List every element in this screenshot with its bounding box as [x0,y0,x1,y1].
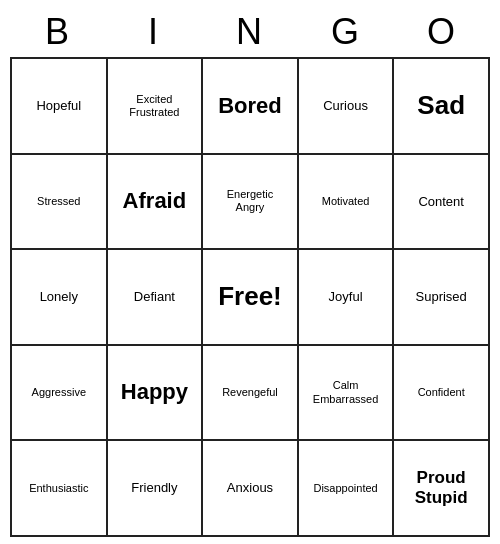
bingo-cell: Afraid [107,154,203,250]
bingo-cell: Bored [202,58,298,154]
bingo-cell: ProudStupid [393,440,489,536]
bingo-grid: HopefulExcitedFrustratedBoredCuriousSadS… [10,57,490,537]
bingo-row: AggressiveHappyRevengefulCalmEmbarrassed… [11,345,489,441]
bingo-cell: Suprised [393,249,489,345]
bingo-row: StressedAfraidEnergeticAngryMotivatedCon… [11,154,489,250]
bingo-cell: Anxious [202,440,298,536]
bingo-cell: Revengeful [202,345,298,441]
bingo-row: HopefulExcitedFrustratedBoredCuriousSad [11,58,489,154]
bingo-cell: Lonely [11,249,107,345]
bingo-cell: Enthusiastic [11,440,107,536]
bingo-cell: Joyful [298,249,394,345]
bingo-cell: Confident [393,345,489,441]
bingo-cell: Stressed [11,154,107,250]
header-letter: N [202,7,298,57]
bingo-header: BINGO [10,7,490,57]
header-letter: I [106,7,202,57]
header-letter: G [298,7,394,57]
bingo-cell: Sad [393,58,489,154]
bingo-cell: EnergeticAngry [202,154,298,250]
bingo-cell: Content [393,154,489,250]
bingo-cell: Defiant [107,249,203,345]
bingo-cell: CalmEmbarrassed [298,345,394,441]
bingo-cell: Motivated [298,154,394,250]
bingo-row: LonelyDefiantFree!JoyfulSuprised [11,249,489,345]
bingo-cell: Free! [202,249,298,345]
bingo-cell: Friendly [107,440,203,536]
header-letter: O [394,7,490,57]
bingo-cell: ExcitedFrustrated [107,58,203,154]
bingo-row: EnthusiasticFriendlyAnxiousDisappointedP… [11,440,489,536]
bingo-cell: Curious [298,58,394,154]
bingo-cell: Aggressive [11,345,107,441]
bingo-cell: Happy [107,345,203,441]
header-letter: B [10,7,106,57]
bingo-card: BINGO HopefulExcitedFrustratedBoredCurio… [10,7,490,537]
bingo-cell: Disappointed [298,440,394,536]
bingo-cell: Hopeful [11,58,107,154]
